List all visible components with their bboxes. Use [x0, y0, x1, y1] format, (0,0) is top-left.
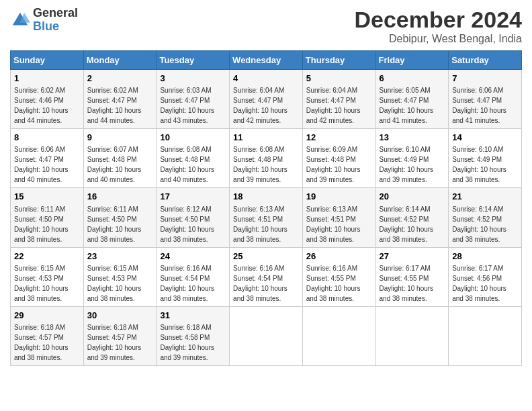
- location-title: Debipur, West Bengal, India: [354, 33, 522, 45]
- sunset-info: Sunset: 4:48 PM: [233, 156, 283, 163]
- daylight-info: Daylight: 10 hours and 38 minutes.: [452, 285, 506, 302]
- day-number: 16: [87, 191, 153, 203]
- day-number: 26: [306, 250, 372, 263]
- logo-general-text: General: [33, 7, 78, 20]
- table-row: 19 Sunrise: 6:13 AM Sunset: 4:51 PM Dayl…: [302, 188, 375, 247]
- table-row: 3 Sunrise: 6:03 AM Sunset: 4:47 PM Dayli…: [157, 70, 230, 129]
- day-number: 24: [160, 250, 226, 263]
- table-row: 12 Sunrise: 6:09 AM Sunset: 4:48 PM Dayl…: [302, 129, 375, 188]
- sunrise-info: Sunrise: 6:02 AM: [14, 87, 65, 94]
- sunset-info: Sunset: 4:52 PM: [380, 216, 429, 223]
- daylight-info: Daylight: 10 hours and 38 minutes.: [160, 285, 214, 302]
- day-number: 29: [14, 310, 80, 322]
- day-number: 19: [306, 191, 372, 203]
- sunset-info: Sunset: 4:56 PM: [452, 275, 502, 282]
- table-row: 29 Sunrise: 6:18 AM Sunset: 4:57 PM Dayl…: [11, 306, 84, 365]
- table-row: [230, 306, 303, 365]
- daylight-info: Daylight: 10 hours and 38 minutes.: [380, 226, 434, 243]
- table-row: 7 Sunrise: 6:06 AM Sunset: 4:47 PM Dayli…: [449, 70, 522, 129]
- table-row: 4 Sunrise: 6:04 AM Sunset: 4:47 PM Dayli…: [230, 70, 303, 129]
- daylight-info: Daylight: 10 hours and 39 minutes.: [233, 166, 287, 183]
- sunset-info: Sunset: 4:49 PM: [452, 156, 502, 163]
- table-row: 27 Sunrise: 6:17 AM Sunset: 4:55 PM Dayl…: [375, 247, 449, 306]
- table-row: [449, 306, 522, 365]
- sunrise-info: Sunrise: 6:08 AM: [233, 146, 284, 153]
- table-row: 14 Sunrise: 6:10 AM Sunset: 4:49 PM Dayl…: [449, 129, 522, 188]
- month-title: December 2024: [354, 7, 522, 33]
- sunrise-info: Sunrise: 6:10 AM: [380, 146, 431, 153]
- sunrise-info: Sunrise: 6:07 AM: [87, 146, 138, 153]
- table-row: 13 Sunrise: 6:10 AM Sunset: 4:49 PM Dayl…: [375, 129, 449, 188]
- table-row: 21 Sunrise: 6:14 AM Sunset: 4:52 PM Dayl…: [449, 188, 522, 247]
- day-number: 30: [87, 310, 153, 322]
- sunset-info: Sunset: 4:51 PM: [306, 216, 356, 223]
- day-number: 4: [233, 73, 299, 85]
- table-row: 31 Sunrise: 6:18 AM Sunset: 4:58 PM Dayl…: [157, 306, 230, 365]
- sunrise-info: Sunrise: 6:13 AM: [306, 205, 357, 213]
- table-row: 16 Sunrise: 6:11 AM Sunset: 4:50 PM Dayl…: [83, 188, 157, 247]
- table-row: 5 Sunrise: 6:04 AM Sunset: 4:47 PM Dayli…: [302, 70, 375, 129]
- daylight-info: Daylight: 10 hours and 42 minutes.: [306, 107, 361, 124]
- table-row: 26 Sunrise: 6:16 AM Sunset: 4:55 PM Dayl…: [302, 247, 375, 306]
- table-row: 2 Sunrise: 6:02 AM Sunset: 4:47 PM Dayli…: [83, 70, 157, 129]
- daylight-info: Daylight: 10 hours and 38 minutes.: [14, 344, 69, 361]
- sunset-info: Sunset: 4:46 PM: [14, 97, 64, 104]
- sunrise-info: Sunrise: 6:11 AM: [87, 205, 138, 213]
- sunset-info: Sunset: 4:50 PM: [160, 216, 210, 223]
- sunset-info: Sunset: 4:47 PM: [306, 97, 356, 104]
- table-row: [375, 306, 449, 365]
- daylight-info: Daylight: 10 hours and 38 minutes.: [87, 226, 142, 243]
- calendar-week-row: 1 Sunrise: 6:02 AM Sunset: 4:46 PM Dayli…: [11, 70, 522, 129]
- table-row: 1 Sunrise: 6:02 AM Sunset: 4:46 PM Dayli…: [11, 70, 84, 129]
- daylight-info: Daylight: 10 hours and 38 minutes.: [160, 226, 214, 243]
- day-number: 17: [160, 191, 226, 203]
- sunrise-info: Sunrise: 6:03 AM: [160, 87, 211, 94]
- sunset-info: Sunset: 4:47 PM: [14, 156, 64, 163]
- col-sunday: Sunday: [11, 51, 84, 70]
- calendar-table: Sunday Monday Tuesday Wednesday Thursday…: [10, 50, 522, 366]
- sunrise-info: Sunrise: 6:02 AM: [87, 87, 138, 94]
- table-row: 15 Sunrise: 6:11 AM Sunset: 4:50 PM Dayl…: [11, 188, 84, 247]
- sunset-info: Sunset: 4:55 PM: [306, 275, 356, 282]
- logo-blue-text: Blue: [33, 20, 78, 34]
- logo-icon: [10, 10, 30, 30]
- daylight-info: Daylight: 10 hours and 40 minutes.: [14, 166, 69, 183]
- sunset-info: Sunset: 4:55 PM: [380, 275, 429, 282]
- sunrise-info: Sunrise: 6:14 AM: [452, 205, 503, 213]
- table-row: 6 Sunrise: 6:05 AM Sunset: 4:47 PM Dayli…: [375, 70, 449, 129]
- col-tuesday: Tuesday: [157, 51, 230, 70]
- col-friday: Friday: [375, 51, 449, 70]
- sunrise-info: Sunrise: 6:06 AM: [14, 146, 65, 153]
- daylight-info: Daylight: 10 hours and 39 minutes.: [380, 166, 434, 183]
- table-row: 25 Sunrise: 6:16 AM Sunset: 4:54 PM Dayl…: [230, 247, 303, 306]
- sunset-info: Sunset: 4:54 PM: [233, 275, 283, 282]
- daylight-info: Daylight: 10 hours and 44 minutes.: [14, 107, 69, 124]
- sunrise-info: Sunrise: 6:18 AM: [87, 324, 138, 331]
- sunset-info: Sunset: 4:50 PM: [87, 216, 137, 223]
- sunset-info: Sunset: 4:58 PM: [160, 334, 210, 341]
- daylight-info: Daylight: 10 hours and 38 minutes.: [14, 285, 69, 302]
- day-number: 27: [380, 250, 445, 263]
- day-number: 21: [452, 191, 518, 203]
- sunrise-info: Sunrise: 6:16 AM: [160, 265, 211, 272]
- day-number: 11: [233, 132, 299, 144]
- sunset-info: Sunset: 4:49 PM: [380, 156, 429, 163]
- sunset-info: Sunset: 4:48 PM: [87, 156, 137, 163]
- day-number: 6: [380, 73, 445, 85]
- sunrise-info: Sunrise: 6:14 AM: [380, 205, 431, 213]
- daylight-info: Daylight: 10 hours and 39 minutes.: [160, 344, 214, 361]
- col-thursday: Thursday: [302, 51, 375, 70]
- table-row: 30 Sunrise: 6:18 AM Sunset: 4:57 PM Dayl…: [83, 306, 157, 365]
- daylight-info: Daylight: 10 hours and 41 minutes.: [380, 107, 434, 124]
- sunrise-info: Sunrise: 6:18 AM: [160, 324, 211, 331]
- calendar-header-row: Sunday Monday Tuesday Wednesday Thursday…: [11, 51, 522, 70]
- sunrise-info: Sunrise: 6:04 AM: [233, 87, 284, 94]
- day-number: 2: [87, 73, 153, 85]
- sunset-info: Sunset: 4:50 PM: [14, 216, 64, 223]
- sunrise-info: Sunrise: 6:16 AM: [306, 265, 357, 272]
- daylight-info: Daylight: 10 hours and 38 minutes.: [306, 226, 361, 243]
- title-block: December 2024 Debipur, West Bengal, Indi…: [354, 7, 522, 45]
- sunrise-info: Sunrise: 6:08 AM: [160, 146, 211, 153]
- daylight-info: Daylight: 10 hours and 38 minutes.: [233, 285, 287, 302]
- day-number: 14: [452, 132, 518, 144]
